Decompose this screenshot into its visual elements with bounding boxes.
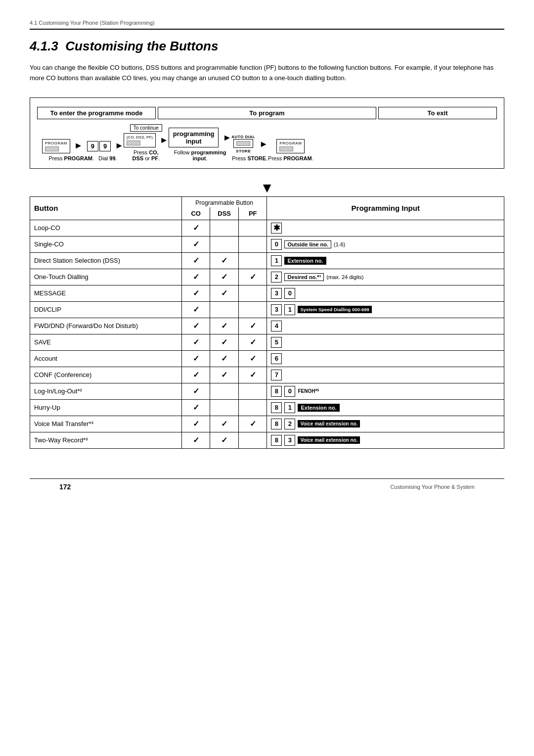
cell-pf: ✓ — [238, 416, 267, 432]
input-content: 4 — [271, 321, 500, 331]
check-co: ✓ — [193, 354, 199, 363]
key-1: 1 — [284, 402, 295, 413]
cell-pf: ✓ — [238, 318, 267, 334]
cell-co: ✓ — [181, 269, 210, 285]
cell-dss — [210, 399, 239, 416]
cell-programming-input: 31System Speed Dialling 000-699 — [267, 301, 504, 318]
cell-programming-input: 1Extension no. — [267, 252, 504, 269]
store-icon — [233, 139, 253, 148]
table-row: Voice Mail Transfer*³✓✓✓82Voice mail ext… — [30, 416, 504, 432]
footer-text: Customising Your Phone & System — [163, 484, 475, 490]
programming-table: Button Programmable Button Programming I… — [30, 196, 504, 449]
check-co: ✓ — [193, 338, 199, 346]
key-0: 0 — [284, 288, 295, 299]
key-3: 3 — [284, 435, 295, 446]
input-content: 0Outside line no.(1-6) — [271, 239, 500, 250]
cell-button-name: FWD/DND (Forward/Do Not Disturb) — [30, 318, 182, 334]
cell-programming-input: 2Desired no.*¹(max. 24 digits) — [267, 269, 504, 285]
cell-dss: ✓ — [210, 252, 239, 269]
cell-button-name: SAVE — [30, 334, 182, 350]
flow-step-2-label: Press CO,DSS or PF. — [133, 149, 160, 161]
cell-pf — [238, 285, 267, 301]
check-co: ✓ — [193, 289, 199, 297]
key-8: 8 — [271, 402, 282, 413]
cell-co: ✓ — [181, 236, 210, 252]
cell-dss: ✓ — [210, 416, 239, 432]
cell-programming-input: 80FENOH*⁵ — [267, 383, 504, 399]
cell-pf: ✓ — [238, 350, 267, 367]
page-footer: 172 Customising Your Phone & System — [30, 478, 504, 491]
check-pf: ✓ — [250, 273, 256, 281]
key-1: 1 — [271, 255, 282, 266]
table-row: Two-Way Record*³✓✓83Voice mail extension… — [30, 432, 504, 448]
check-co: ✓ — [193, 240, 199, 248]
cell-pf: ✓ — [238, 367, 267, 383]
key-2: 2 — [271, 272, 282, 283]
co-dss-pf-icon: (CO, DSS, PF) — [124, 133, 156, 148]
input-content: 30 — [271, 288, 500, 299]
cell-button-name: Log-In/Log-Out*² — [30, 383, 182, 399]
intro-text: You can change the flexible CO buttons, … — [30, 63, 504, 84]
check-dss: ✓ — [221, 273, 227, 281]
flow-step-4-label: Press STORE. — [232, 155, 267, 161]
table-row: One-Touch Dialling✓✓✓2Desired no.*¹(max.… — [30, 269, 504, 285]
check-dss: ✓ — [221, 256, 227, 265]
cell-button-name: DDI/CLIP — [30, 301, 182, 318]
cell-co: ✓ — [181, 367, 210, 383]
key-8: 8 — [271, 435, 282, 446]
cell-button-name: One-Touch Dialling — [30, 269, 182, 285]
cell-dss: ✓ — [210, 318, 239, 334]
fenoh-label: FENOH*⁵ — [298, 388, 319, 394]
table-row: Single-CO✓0Outside line no.(1-6) — [30, 236, 504, 252]
table-row: Hurry-Up✓81Extension no. — [30, 399, 504, 416]
to-continue-label: To continue — [130, 124, 162, 132]
input-extra-label: System Speed Dialling 000-699 — [298, 306, 371, 313]
cell-programming-input: 30 — [267, 285, 504, 301]
cell-dss: ✓ — [210, 285, 239, 301]
cell-pf: ✓ — [238, 334, 267, 350]
cell-pf — [238, 252, 267, 269]
input-content: 31System Speed Dialling 000-699 — [271, 304, 500, 315]
key-6: 6 — [271, 353, 282, 364]
check-pf: ✓ — [250, 420, 256, 428]
input-content: 83Voice mail extension no. — [271, 435, 500, 446]
check-dss: ✓ — [221, 436, 227, 444]
input-content: 81Extension no. — [271, 402, 500, 413]
cell-button-name: CONF (Conference) — [30, 367, 182, 383]
check-co: ✓ — [193, 322, 199, 330]
check-pf: ✓ — [250, 322, 256, 330]
flow-step-1-label: Press PROGRAM. Dial 99. — [48, 155, 117, 161]
check-pf: ✓ — [250, 371, 256, 379]
input-extra-label: Voice mail extension no. — [298, 436, 360, 444]
cell-co: ✓ — [181, 432, 210, 448]
cell-co: ✓ — [181, 350, 210, 367]
cell-dss: ✓ — [210, 269, 239, 285]
check-dss: ✓ — [221, 420, 227, 428]
cell-programming-input: 0Outside line no.(1-6) — [267, 236, 504, 252]
input-range: (max. 24 digits) — [326, 274, 363, 280]
input-content: 5 — [271, 337, 500, 348]
check-co: ✓ — [193, 273, 199, 281]
key-9-1: 9 — [87, 141, 98, 151]
flow-header: To enter the programme mode To program T… — [37, 107, 497, 119]
key-4: 4 — [271, 321, 282, 331]
page: 4.1 Customising Your Phone (Station Prog… — [0, 0, 534, 478]
cell-programming-input: 5 — [267, 334, 504, 350]
footer-page-number: 172 — [59, 483, 163, 491]
input-content: 82Voice mail extension no. — [271, 419, 500, 429]
flow-header-exit: To exit — [378, 107, 497, 119]
check-co: ✓ — [193, 224, 199, 232]
input-content: 6 — [271, 353, 500, 364]
cell-dss: ✓ — [210, 334, 239, 350]
cell-programming-input: 81Extension no. — [267, 399, 504, 416]
cell-dss: ✓ — [210, 432, 239, 448]
input-content: 80FENOH*⁵ — [271, 386, 500, 397]
cell-pf — [238, 236, 267, 252]
cell-co: ✓ — [181, 416, 210, 432]
table-row: CONF (Conference)✓✓✓7 — [30, 367, 504, 383]
input-extra-label: Desired no.*¹ — [284, 273, 324, 281]
breadcrumb: 4.1 Customising Your Phone (Station Prog… — [30, 20, 504, 26]
key-0: 0 — [284, 386, 295, 397]
check-co: ✓ — [193, 403, 199, 412]
check-dss: ✓ — [221, 322, 227, 330]
